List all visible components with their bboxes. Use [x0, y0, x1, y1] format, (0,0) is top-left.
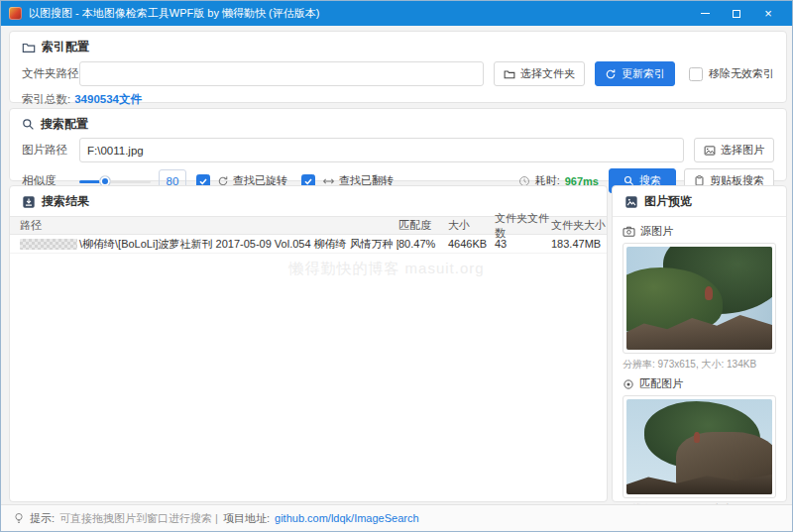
tip-label: 提示:: [30, 511, 55, 526]
column-path[interactable]: 路径: [10, 218, 398, 233]
results-table-header: 路径 匹配度 大小 文件夹文件数 文件夹大小: [10, 216, 607, 235]
image-preview-header: 图片预览: [613, 186, 786, 217]
result-path-cell: \柳侑绮\[BoLoLi]波萝社新刊 2017-05-09 Vol.054 柳侑…: [10, 237, 398, 252]
close-button[interactable]: ×: [752, 1, 784, 26]
search-results-panel: 搜索结果 路径 匹配度 大小 文件夹文件数 文件夹大小 \柳侑绮\[BoLoLi…: [9, 185, 608, 502]
results-box-icon: [22, 195, 36, 209]
maximize-button[interactable]: [721, 1, 752, 26]
image-path-input[interactable]: [79, 138, 684, 162]
watermark: 懒得勤快的博客 masuit.org: [188, 260, 585, 278]
search-config-panel: 搜索配置 图片路径 选择图片 相似度 80 查找已旋转: [9, 108, 787, 181]
minimize-button[interactable]: [689, 1, 721, 26]
index-config-panel: 索引配置 文件夹路径 选择文件夹 更新索引 移除无效索引 索引总数: 34905…: [9, 31, 787, 103]
blurred-path-prefix: [20, 239, 77, 250]
index-total-row: 索引总数: 3490534文件: [10, 86, 786, 107]
folder-open-icon: [504, 68, 515, 80]
result-folder-size-cell: 183.47MB: [551, 238, 607, 250]
result-folder-files-cell: 43: [495, 238, 551, 250]
window-title: 以图搜图 - 本地图像检索工具WPF版 by 懒得勤快 (评估版本): [29, 6, 319, 21]
select-folder-button[interactable]: 选择文件夹: [494, 61, 585, 86]
maximize-icon: [733, 10, 740, 18]
app-icon: [9, 7, 22, 20]
search-results-header: 搜索结果: [10, 186, 607, 213]
table-row[interactable]: \柳侑绮\[BoLoLi]波萝社新刊 2017-05-09 Vol.054 柳侑…: [10, 235, 607, 254]
refresh-icon: [605, 68, 617, 80]
camera-icon: [623, 226, 635, 237]
matched-image-label-row: 匹配图片: [623, 376, 776, 391]
search-config-header: 搜索配置: [10, 109, 786, 136]
remove-invalid-checkbox[interactable]: [689, 67, 703, 81]
lightbulb-icon: [13, 512, 25, 525]
search-icon: [22, 118, 35, 131]
source-image-thumb[interactable]: [623, 243, 776, 354]
check-icon: [198, 176, 208, 186]
image-icon: [704, 145, 716, 157]
folder-path-input[interactable]: [79, 61, 484, 86]
image-path-label: 图片路径: [22, 143, 79, 158]
folder-path-row: 文件夹路径 选择文件夹 更新索引 移除无效索引: [10, 61, 786, 86]
update-index-button[interactable]: 更新索引: [595, 61, 675, 86]
project-label: 项目地址:: [223, 511, 270, 526]
image-preview-title: 图片预览: [644, 193, 692, 210]
window-controls: ×: [689, 1, 784, 26]
check-icon: [303, 176, 313, 186]
matched-preview-image: [626, 399, 772, 494]
statusbar: 提示: 可直接拖拽图片到窗口进行搜索 | 项目地址: github.com/ld…: [1, 504, 792, 531]
source-preview-image: [626, 247, 772, 350]
search-results-title: 搜索结果: [42, 193, 89, 210]
result-size-cell: 4646KB: [448, 238, 495, 250]
flip-icon: [322, 176, 335, 186]
minimize-icon: [701, 13, 710, 14]
column-folder-size[interactable]: 文件夹大小: [551, 218, 607, 233]
image-preview-panel: 图片预览 源图片 分辨率: 973x615, 大小: 134KB 匹配图片: [612, 185, 787, 502]
folder-icon: [22, 41, 36, 54]
app-window: 以图搜图 - 本地图像检索工具WPF版 by 懒得勤快 (评估版本) × 索引配…: [0, 0, 793, 532]
preview-image-icon: [624, 195, 638, 209]
project-link[interactable]: github.com/ldqk/ImageSearch: [275, 512, 419, 524]
index-total-label: 索引总数:: [22, 92, 70, 107]
folder-path-label: 文件夹路径: [22, 66, 79, 81]
titlebar: 以图搜图 - 本地图像检索工具WPF版 by 懒得勤快 (评估版本) ×: [1, 1, 792, 26]
select-image-button[interactable]: 选择图片: [694, 138, 774, 162]
preview-body: 源图片 分辨率: 973x615, 大小: 134KB 匹配图片: [613, 217, 786, 525]
person: [705, 286, 713, 300]
column-match[interactable]: 匹配度: [398, 218, 448, 233]
source-image-info: 分辨率: 973x615, 大小: 134KB: [623, 358, 776, 372]
index-config-title: 索引配置: [42, 39, 89, 55]
result-match-cell: 80.47%: [398, 238, 448, 250]
column-folder-files[interactable]: 文件夹文件数: [495, 211, 551, 241]
image-path-row: 图片路径 选择图片: [10, 138, 786, 162]
search-config-title: 搜索配置: [41, 116, 88, 133]
source-image-label: 源图片: [640, 224, 673, 239]
matched-image-thumb[interactable]: [623, 395, 776, 498]
index-total-value: 3490534文件: [74, 92, 142, 107]
remove-invalid-label: 移除无效索引: [709, 66, 774, 81]
matched-image-label: 匹配图片: [639, 376, 683, 391]
column-size[interactable]: 大小: [448, 218, 495, 233]
index-config-header: 索引配置: [10, 32, 786, 58]
person: [694, 432, 700, 443]
source-image-label-row: 源图片: [623, 224, 776, 239]
target-icon: [623, 378, 634, 390]
tip-text: 可直接拖拽图片到窗口进行搜索 |: [59, 511, 218, 526]
